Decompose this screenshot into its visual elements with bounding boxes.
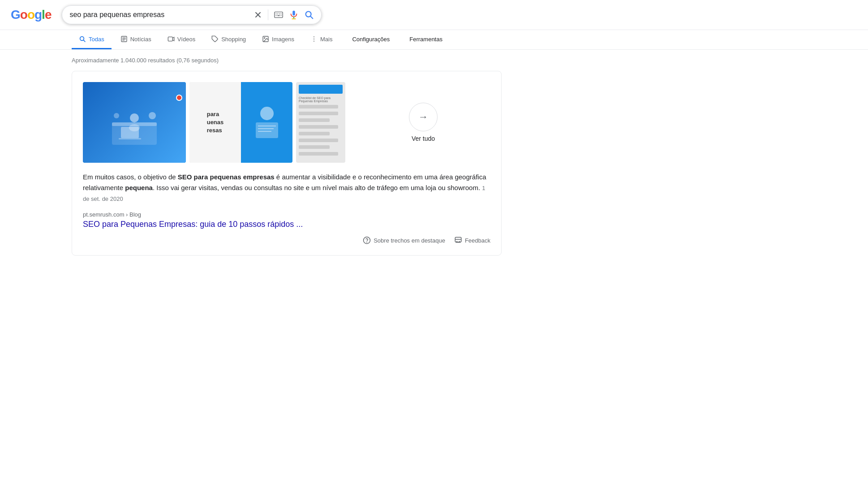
feedback-button[interactable]: Feedback bbox=[454, 236, 490, 244]
svg-rect-37 bbox=[256, 122, 278, 138]
svg-point-42 bbox=[367, 242, 367, 242]
see-all-label: Ver tudo bbox=[412, 135, 435, 142]
svg-rect-21 bbox=[168, 37, 172, 41]
mic-icon bbox=[289, 10, 299, 20]
tab-noticias[interactable]: Notícias bbox=[113, 30, 159, 49]
tab-mais-label: Mais bbox=[320, 36, 332, 43]
seo-illustration-2 bbox=[249, 100, 285, 145]
tab-imagens[interactable]: Imagens bbox=[255, 30, 301, 49]
about-snippets-button[interactable]: Sobre trechos em destaque bbox=[363, 236, 445, 244]
google-logo[interactable]: G o o g l e bbox=[11, 8, 51, 22]
search-bar-icons bbox=[254, 9, 314, 20]
clear-button[interactable] bbox=[254, 10, 262, 19]
image-3-line4 bbox=[299, 125, 338, 129]
featured-snippet-card: para uenas resas bbox=[72, 71, 502, 256]
source-url: pt.semrush.com › Blog bbox=[83, 211, 490, 218]
image-2-right bbox=[241, 82, 292, 163]
image-3-line7 bbox=[299, 145, 330, 149]
see-all-button[interactable]: → Ver tudo bbox=[356, 103, 490, 142]
svg-rect-31 bbox=[119, 138, 141, 139]
svg-point-25 bbox=[314, 36, 314, 37]
divider bbox=[268, 9, 268, 20]
tab-todas-label: Todas bbox=[89, 36, 104, 43]
header: G o o g l e bbox=[0, 0, 868, 30]
tab-videos[interactable]: Vídeos bbox=[160, 30, 202, 49]
results-count: Aproximadamente 1.040.000 resultados (0,… bbox=[72, 57, 796, 64]
svg-rect-10 bbox=[293, 11, 296, 16]
arrow-right-icon: → bbox=[418, 111, 428, 123]
image-1-art bbox=[83, 82, 186, 163]
svg-rect-5 bbox=[279, 13, 280, 14]
tag-tab-icon bbox=[211, 35, 219, 43]
image-2-art: para uenas resas bbox=[189, 82, 292, 163]
keyboard-button[interactable] bbox=[274, 10, 284, 20]
tab-ferramentas[interactable]: Ferramentas bbox=[402, 30, 450, 49]
logo-letter-l: l bbox=[42, 8, 45, 22]
results-area: Aproximadamente 1.040.000 resultados (0,… bbox=[0, 50, 868, 263]
result-link[interactable]: SEO para Pequenas Empresas: guia de 10 p… bbox=[83, 220, 490, 229]
search-icon bbox=[304, 10, 314, 20]
snippet-image-1[interactable] bbox=[83, 82, 186, 163]
snippet-footer: Sobre trechos em destaque Feedback bbox=[83, 236, 490, 244]
svg-rect-7 bbox=[276, 15, 277, 16]
search-submit-button[interactable] bbox=[304, 10, 314, 20]
image-3-art: Checklist de SEO para Pequenas Empresas bbox=[296, 82, 345, 163]
svg-point-33 bbox=[129, 124, 140, 131]
image-tab-icon bbox=[262, 35, 269, 43]
snippet-image-3[interactable]: Checklist de SEO para Pequenas Empresas bbox=[296, 82, 345, 163]
question-icon bbox=[363, 236, 371, 244]
keyboard-icon bbox=[274, 10, 284, 20]
image-3-line2 bbox=[299, 112, 338, 115]
tab-shopping-label: Shopping bbox=[221, 36, 246, 43]
svg-rect-2 bbox=[275, 12, 283, 18]
logo-letter-g: G bbox=[11, 8, 20, 22]
feedback-label: Feedback bbox=[465, 237, 490, 244]
tab-configuracoes[interactable]: Configurações bbox=[345, 30, 397, 49]
tab-todas[interactable]: Todas bbox=[72, 30, 112, 49]
image-3-header bbox=[299, 85, 343, 94]
about-snippets-label: Sobre trechos em destaque bbox=[374, 237, 445, 244]
logo-letter-g2: g bbox=[34, 8, 42, 22]
svg-line-14 bbox=[311, 16, 313, 18]
feedback-icon bbox=[454, 236, 462, 244]
nav-tabs: Todas Notícias Vídeos Shop bbox=[0, 30, 868, 50]
snippet-bold-2: pequena bbox=[125, 184, 153, 191]
snippet-text-after-bold2: . Isso vai gerar visitas, vendas ou cons… bbox=[153, 184, 480, 191]
image-3-line3 bbox=[299, 118, 330, 122]
svg-point-24 bbox=[264, 38, 265, 39]
svg-point-26 bbox=[314, 39, 314, 39]
svg-rect-9 bbox=[281, 15, 282, 16]
logo-letter-o2: o bbox=[27, 8, 34, 22]
image-2-text: para uenas resas bbox=[203, 107, 228, 139]
images-row: para uenas resas bbox=[83, 82, 490, 163]
tab-noticias-label: Notícias bbox=[130, 36, 151, 43]
tab-shopping[interactable]: Shopping bbox=[204, 30, 253, 49]
image-2-left: para uenas resas bbox=[189, 82, 241, 163]
tab-mais[interactable]: Mais bbox=[303, 30, 339, 49]
svg-point-36 bbox=[260, 107, 274, 120]
tab-ferramentas-label: Ferramentas bbox=[409, 36, 443, 43]
see-all-circle: → bbox=[409, 103, 438, 131]
video-tab-icon bbox=[168, 35, 175, 43]
mic-button[interactable] bbox=[289, 10, 299, 20]
svg-point-34 bbox=[149, 112, 156, 119]
logo-letter-o1: o bbox=[20, 8, 27, 22]
image-3-line bbox=[299, 105, 338, 108]
image-3-line5 bbox=[299, 132, 330, 135]
svg-line-16 bbox=[83, 40, 85, 42]
snippet-bold-1: SEO para pequenas empresas bbox=[178, 173, 275, 181]
search-tab-icon bbox=[79, 35, 86, 43]
svg-rect-6 bbox=[281, 13, 282, 14]
search-input[interactable] bbox=[69, 11, 250, 19]
svg-rect-4 bbox=[278, 13, 279, 14]
snippet-text-before-bold: Em muitos casos, o objetivo de bbox=[83, 173, 178, 181]
tab-videos-label: Vídeos bbox=[177, 36, 195, 43]
dots-tab-icon bbox=[310, 35, 318, 43]
svg-point-32 bbox=[130, 113, 139, 122]
image-3-line8 bbox=[299, 152, 338, 156]
close-icon bbox=[254, 10, 262, 19]
search-bar bbox=[62, 5, 322, 24]
image-1-red-dot bbox=[176, 95, 182, 101]
snippet-image-2[interactable]: para uenas resas bbox=[189, 82, 292, 163]
svg-rect-3 bbox=[276, 13, 277, 14]
